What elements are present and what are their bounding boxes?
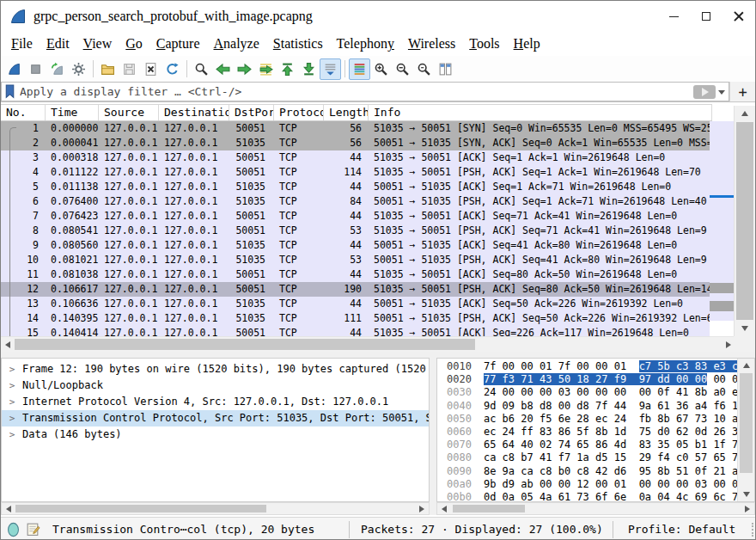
hex-byte[interactable]: 01 <box>540 360 552 372</box>
hex-byte[interactable]: 69 <box>695 491 707 501</box>
hex-byte[interactable]: b8 <box>521 400 533 412</box>
hex-byte[interactable]: 71 <box>521 373 533 385</box>
packet-row-14[interactable]: 140.140395127.0.0.1127.0.0.151035TCP1115… <box>1 311 712 326</box>
capture-options-button[interactable] <box>68 58 89 80</box>
hex-byte[interactable]: a4 <box>695 400 707 412</box>
hex-byte[interactable]: d6 <box>614 465 626 477</box>
scroll-up-button[interactable] <box>735 106 755 121</box>
hex-byte[interactable]: 00 <box>639 386 651 398</box>
column-header-time[interactable]: Time <box>46 105 99 120</box>
hex-byte[interactable]: 0f <box>657 386 669 398</box>
hex-byte[interactable]: 21 <box>713 465 725 477</box>
resize-grip[interactable] <box>747 523 753 537</box>
hscroll-thumb[interactable] <box>15 339 475 350</box>
hex-byte[interactable]: ec <box>484 426 496 438</box>
hex-byte[interactable]: 44 <box>614 400 626 412</box>
hex-byte[interactable]: 83 <box>540 426 552 438</box>
packet-list-hscrollbar[interactable] <box>1 336 735 352</box>
hex-byte[interactable]: 9b <box>484 478 496 490</box>
packet-list-vscrollbar[interactable] <box>734 106 755 336</box>
hex-byte[interactable]: 09 <box>503 400 515 412</box>
hex-byte[interactable]: c8 <box>576 465 588 477</box>
hex-byte[interactable]: b1 <box>695 439 707 451</box>
menu-view[interactable]: View <box>76 34 119 53</box>
hex-byte[interactable]: 0d <box>484 491 496 501</box>
hex-row-0070[interactable]: 007065 64 40 02 74 65 86 4d 83 35 05 b1 … <box>447 439 737 451</box>
hex-byte[interactable]: 77 <box>484 373 496 385</box>
menu-file[interactable]: File <box>4 34 40 53</box>
hex-byte[interactable]: 0d <box>695 426 707 438</box>
hex-byte[interactable]: b0 <box>558 465 570 477</box>
hex-byte[interactable]: 36 <box>676 400 688 412</box>
hex-byte[interactable]: 24 <box>484 386 496 398</box>
hex-byte[interactable]: f4 <box>657 451 669 463</box>
hex-byte[interactable]: 42 <box>595 465 607 477</box>
menu-capture[interactable]: Capture <box>149 34 207 53</box>
hex-byte[interactable]: 00 <box>558 478 570 490</box>
hex-byte[interactable]: 8b <box>657 465 669 477</box>
pane-splitter[interactable] <box>1 352 755 358</box>
hex-byte[interactable]: ca <box>484 451 496 463</box>
add-filter-button[interactable]: + <box>729 82 755 101</box>
hex-byte[interactable]: 86 <box>558 426 570 438</box>
hex-byte[interactable]: f3 <box>503 373 515 385</box>
hex-byte[interactable]: 00 <box>713 478 725 490</box>
menu-tools[interactable]: Tools <box>462 34 506 53</box>
hex-byte[interactable]: 7f <box>595 400 607 412</box>
hex-byte[interactable]: d8 <box>540 400 552 412</box>
expand-chevron-icon[interactable]: > <box>2 377 22 394</box>
hex-byte[interactable]: 00 <box>639 478 651 490</box>
close-button[interactable] <box>722 1 755 32</box>
hex-byte[interactable]: 5b <box>657 360 669 372</box>
go-to-packet-button[interactable] <box>255 58 277 80</box>
hex-row-00a0[interactable]: 00a09b d9 ab 00 00 12 00 01 00 00 00 03 … <box>447 478 737 491</box>
column-header-info[interactable]: Info <box>369 105 712 120</box>
hex-byte[interactable]: 00 <box>595 360 607 372</box>
detail-row[interactable]: >Data (146 bytes) <box>2 426 429 443</box>
column-header-source[interactable]: Source <box>99 105 159 120</box>
hex-byte[interactable]: 5f <box>576 426 588 438</box>
hex-byte[interactable]: 05 <box>521 491 533 501</box>
hex-byte[interactable]: f9 <box>614 373 626 385</box>
hex-byte[interactable]: 97 <box>639 373 651 385</box>
hex-byte[interactable]: ab <box>521 478 533 490</box>
hex-byte[interactable]: 6c <box>713 491 725 501</box>
zoom-in-button[interactable] <box>370 58 392 80</box>
hex-byte[interactable]: 00 <box>558 400 570 412</box>
apply-filter-button[interactable] <box>693 85 716 99</box>
packet-row-1[interactable]: 10.000000127.0.0.1127.0.0.150051TCP56510… <box>1 121 712 136</box>
hex-byte[interactable]: 00 <box>576 386 588 398</box>
hex-byte[interactable]: 1d <box>614 426 626 438</box>
hex-byte[interactable]: 00 <box>540 386 552 398</box>
hex-byte[interactable]: 12 <box>576 478 588 490</box>
scroll-down-button[interactable] <box>738 488 754 501</box>
profile-status[interactable]: Profile: Default <box>621 523 747 536</box>
hex-byte[interactable]: c8 <box>503 451 515 463</box>
hex-row-0090[interactable]: 00908e 9a ca c8 b0 c8 42 d6 95 8b 51 0f … <box>447 465 737 478</box>
column-header-destination[interactable]: Destination <box>159 105 229 120</box>
start-capture-button[interactable] <box>3 58 25 80</box>
hex-byte[interactable]: e3 <box>713 360 725 372</box>
hex-byte[interactable]: ac <box>484 413 496 425</box>
hex-byte[interactable]: 50 <box>558 373 570 385</box>
hex-byte[interactable]: 8b <box>657 413 669 425</box>
packet-row-8[interactable]: 80.080541127.0.0.1127.0.0.150051TCP53510… <box>1 224 712 238</box>
hex-byte[interactable]: 00 <box>595 478 607 490</box>
hex-byte[interactable]: 6e <box>558 413 570 425</box>
hex-byte[interactable]: c0 <box>676 451 688 463</box>
menu-help[interactable]: Help <box>507 34 547 53</box>
scroll-right-button[interactable] <box>415 503 429 514</box>
bottom-pane-divider[interactable] <box>430 358 436 515</box>
column-header-dstport[interactable]: DstPort <box>229 105 274 120</box>
hex-byte[interactable]: ec <box>595 413 607 425</box>
display-filter-input[interactable] <box>18 83 693 101</box>
vscroll-thumb[interactable] <box>736 122 753 320</box>
hex-byte[interactable]: 65 <box>576 439 588 451</box>
hex-byte[interactable]: c7 <box>639 360 651 372</box>
colorize-button[interactable] <box>349 58 370 80</box>
hex-byte[interactable]: 00 <box>540 478 552 490</box>
capture-comment-icon[interactable] <box>26 522 40 537</box>
hex-row-0080[interactable]: 0080ca c8 b7 41 f7 1a d5 15 29 f4 c0 57 … <box>447 451 737 464</box>
packet-row-15[interactable]: 150.140414127.0.0.1127.0.0.150051TCP4451… <box>1 326 712 336</box>
hex-byte[interactable]: ff <box>521 426 533 438</box>
